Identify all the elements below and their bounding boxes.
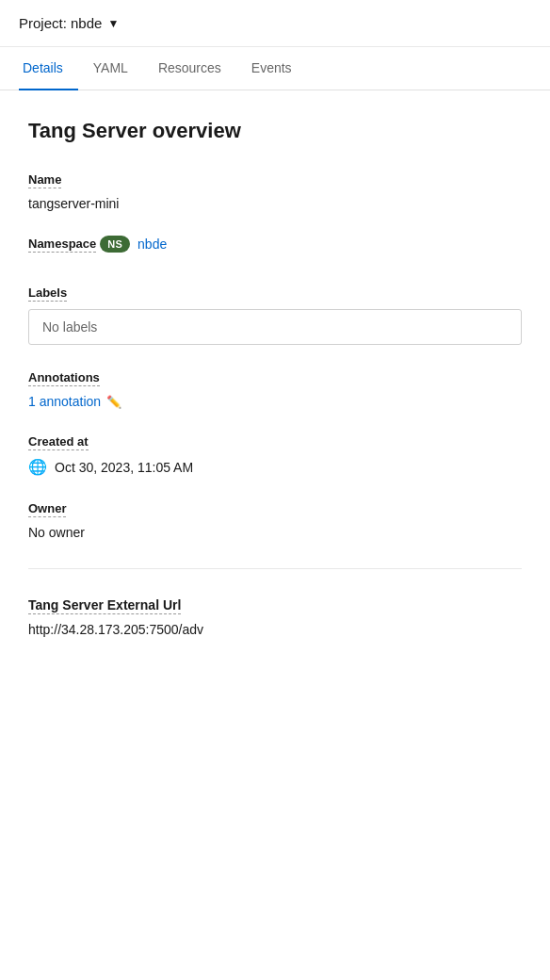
labels-label: Labels — [28, 286, 67, 302]
name-label: Name — [28, 172, 61, 188]
globe-icon: 🌐 — [28, 458, 47, 476]
namespace-link[interactable]: nbde — [138, 237, 167, 252]
tab-events[interactable]: Events — [236, 47, 307, 90]
tang-url-label: Tang Server External Url — [28, 597, 181, 614]
namespace-section: Namespace NS nbde — [28, 236, 522, 260]
namespace-label: Namespace — [28, 237, 96, 253]
annotation-link[interactable]: 1 annotation ✏️ — [28, 394, 121, 409]
tang-url-section: Tang Server External Url http://34.28.17… — [28, 597, 522, 637]
created-at-row: 🌐 Oct 30, 2023, 11:05 AM — [28, 458, 522, 476]
tang-url-value: http://34.28.173.205:7500/adv — [28, 622, 522, 637]
project-label: Project: nbde — [19, 15, 102, 31]
owner-value: No owner — [28, 525, 522, 540]
top-bar: Project: nbde ▼ — [0, 0, 550, 47]
labels-box: No labels — [28, 309, 522, 345]
tab-resources[interactable]: Resources — [143, 47, 236, 90]
annotation-link-text: 1 annotation — [28, 394, 101, 409]
project-selector[interactable]: Project: nbde ▼ — [19, 15, 119, 31]
chevron-down-icon: ▼ — [107, 17, 119, 30]
created-at-section: Created at 🌐 Oct 30, 2023, 11:05 AM — [28, 433, 522, 476]
created-at-label: Created at — [28, 434, 89, 450]
ns-pill: NS — [100, 236, 130, 253]
divider — [28, 568, 522, 569]
annotations-label: Annotations — [28, 370, 100, 386]
name-value: tangserver-mini — [28, 196, 522, 211]
annotations-row: 1 annotation ✏️ — [28, 394, 522, 409]
edit-icon[interactable]: ✏️ — [106, 395, 121, 409]
tab-details[interactable]: Details — [19, 47, 78, 90]
created-at-value: Oct 30, 2023, 11:05 AM — [55, 460, 193, 475]
owner-section: Owner No owner — [28, 500, 522, 540]
namespace-badge: NS nbde — [100, 236, 167, 253]
labels-section: Labels No labels — [28, 285, 522, 345]
name-section: Name tangserver-mini — [28, 172, 522, 211]
owner-label: Owner — [28, 501, 66, 517]
main-content: Tang Server overview Name tangserver-min… — [0, 90, 550, 665]
tabs-bar: Details YAML Resources Events — [0, 47, 550, 90]
tab-yaml[interactable]: YAML — [78, 47, 143, 90]
page-title: Tang Server overview — [28, 119, 522, 143]
annotations-section: Annotations 1 annotation ✏️ — [28, 369, 522, 409]
